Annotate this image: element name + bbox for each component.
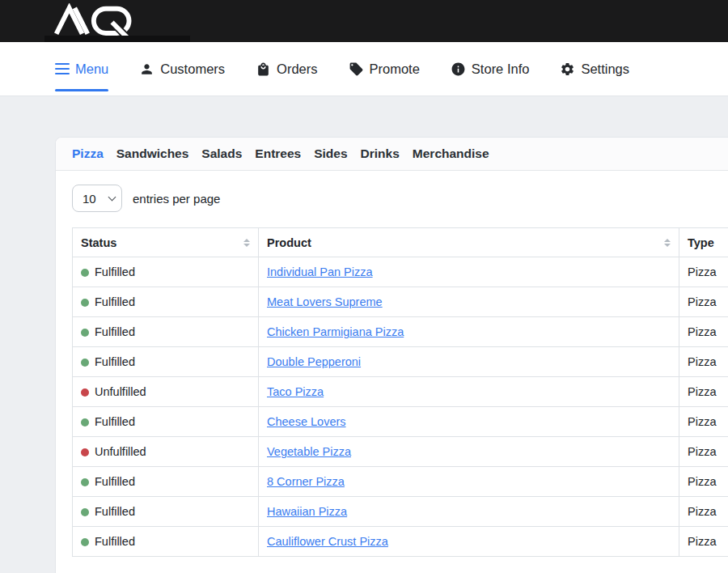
status-dot-icon xyxy=(81,538,89,546)
entries-select-wrap: 10 xyxy=(72,185,122,212)
sort-icon xyxy=(664,239,671,247)
table-row: Fulfilled Meat Lovers Supreme Pizza xyxy=(73,287,728,317)
gear-icon xyxy=(560,62,575,77)
product-cell: Double Pepperoni xyxy=(259,347,679,377)
product-cell: 8 Corner Pizza xyxy=(259,467,679,497)
product-link[interactable]: Double Pepperoni xyxy=(267,355,361,368)
status-dot-icon xyxy=(81,388,89,397)
product-link[interactable]: Individual Pan Pizza xyxy=(267,265,373,278)
table-row: Fulfilled Individual Pan Pizza Pizza xyxy=(73,257,728,287)
product-cell: Cheese Lovers xyxy=(259,407,679,437)
shopping-bag-icon xyxy=(256,62,271,77)
status-dot-icon xyxy=(81,448,89,456)
status-cell: Unfulfilled xyxy=(73,437,259,467)
table-row: Fulfilled Hawaiian Pizza Pizza xyxy=(73,497,728,527)
products-table: Status Product Type xyxy=(72,227,728,557)
status-cell: Fulfilled xyxy=(73,407,259,437)
info-icon xyxy=(451,62,466,77)
topbar-shadow-strip xyxy=(44,36,190,42)
menu-card: PizzaSandwichesSaladsEntreesSidesDrinksM… xyxy=(55,137,728,573)
tab-drinks[interactable]: Drinks xyxy=(361,146,400,161)
type-cell: Pizza xyxy=(679,347,728,377)
product-cell: Individual Pan Pizza xyxy=(259,257,679,287)
type-cell: Pizza xyxy=(679,437,728,467)
table-row: Fulfilled Cauliflower Crust Pizza Pizza xyxy=(73,527,728,557)
table-row: Unfulfilled Taco Pizza Pizza xyxy=(73,377,728,407)
product-cell: Taco Pizza xyxy=(259,377,679,407)
status-dot-icon xyxy=(81,418,89,427)
aiq-logo-icon xyxy=(50,3,136,37)
page: Menu Customers Orders Promote Store Info… xyxy=(0,0,728,573)
nav-item-customers[interactable]: Customers xyxy=(139,62,225,77)
nav-item-label: Menu xyxy=(75,62,108,77)
product-link[interactable]: Taco Pizza xyxy=(267,385,324,398)
tab-salads[interactable]: Salads xyxy=(201,146,242,161)
nav-item-promote[interactable]: Promote xyxy=(349,62,420,77)
nav-item-label: Settings xyxy=(581,62,629,77)
status-cell: Unfulfilled xyxy=(73,377,259,407)
column-header-status[interactable]: Status xyxy=(73,228,259,257)
product-link[interactable]: Hawaiian Pizza xyxy=(267,505,347,518)
status-cell: Fulfilled xyxy=(73,257,259,287)
nav-item-label: Orders xyxy=(277,62,317,77)
nav-item-store-info[interactable]: Store Info xyxy=(451,62,530,77)
status-cell: Fulfilled xyxy=(73,317,259,347)
product-cell: Meat Lovers Supreme xyxy=(259,287,679,317)
table-row: Fulfilled Double Pepperoni Pizza xyxy=(73,347,728,377)
nav-item-settings[interactable]: Settings xyxy=(560,62,629,77)
product-cell: Hawaiian Pizza xyxy=(259,497,679,527)
entries-per-page-select[interactable]: 10 xyxy=(72,185,122,212)
status-cell: Fulfilled xyxy=(73,287,259,317)
hamburger-icon xyxy=(55,63,70,75)
brand-logo[interactable] xyxy=(50,3,136,37)
product-link[interactable]: Meat Lovers Supreme xyxy=(267,295,383,308)
status-cell: Fulfilled xyxy=(73,527,259,557)
status-cell: Fulfilled xyxy=(73,497,259,527)
type-cell: Pizza xyxy=(679,317,728,347)
status-dot-icon xyxy=(81,508,89,516)
tab-entrees[interactable]: Entrees xyxy=(255,146,301,161)
tag-icon xyxy=(349,62,364,77)
type-cell: Pizza xyxy=(679,287,728,317)
column-header-product[interactable]: Product xyxy=(259,228,679,257)
status-dot-icon xyxy=(81,329,89,337)
product-link[interactable]: Chicken Parmigiana Pizza xyxy=(267,325,404,338)
card-body: 10 entries per page Status Product xyxy=(56,171,728,573)
tab-sides[interactable]: Sides xyxy=(314,146,347,161)
status-cell: Fulfilled xyxy=(73,347,259,377)
product-link[interactable]: Cheese Lovers xyxy=(267,415,346,428)
page-size-row: 10 entries per page xyxy=(72,185,728,212)
nav-item-menu[interactable]: Menu xyxy=(55,62,108,77)
sort-icon xyxy=(243,239,250,247)
product-cell: Vegetable Pizza xyxy=(259,437,679,467)
type-cell: Pizza xyxy=(679,527,728,557)
status-dot-icon xyxy=(81,269,89,277)
type-cell: Pizza xyxy=(679,257,728,287)
status-dot-icon xyxy=(81,359,89,367)
type-cell: Pizza xyxy=(679,467,728,497)
nav-item-label: Customers xyxy=(160,62,225,77)
main-navigation: Menu Customers Orders Promote Store Info… xyxy=(0,42,728,96)
nav-item-label: Store Info xyxy=(472,62,530,77)
type-cell: Pizza xyxy=(679,497,728,527)
person-icon xyxy=(139,62,154,77)
tab-pizza[interactable]: Pizza xyxy=(72,146,104,161)
status-dot-icon xyxy=(81,299,89,307)
type-cell: Pizza xyxy=(679,377,728,407)
table-row: Unfulfilled Vegetable Pizza Pizza xyxy=(73,437,728,467)
top-app-bar xyxy=(0,0,728,42)
nav-item-label: Promote xyxy=(370,62,420,77)
column-header-type: Type xyxy=(679,228,728,257)
table-row: Fulfilled 8 Corner Pizza Pizza xyxy=(73,467,728,497)
product-link[interactable]: Cauliflower Crust Pizza xyxy=(267,535,388,548)
table-row: Fulfilled Chicken Parmigiana Pizza Pizza xyxy=(73,317,728,347)
product-link[interactable]: 8 Corner Pizza xyxy=(267,475,345,488)
nav-item-orders[interactable]: Orders xyxy=(256,62,317,77)
entries-per-page-label: entries per page xyxy=(133,192,220,206)
product-cell: Chicken Parmigiana Pizza xyxy=(259,317,679,347)
tab-merchandise[interactable]: Merchandise xyxy=(413,146,489,161)
product-link[interactable]: Vegetable Pizza xyxy=(267,445,351,458)
tab-sandwiches[interactable]: Sandwiches xyxy=(116,146,189,161)
status-cell: Fulfilled xyxy=(73,467,259,497)
category-tabs: PizzaSandwichesSaladsEntreesSidesDrinksM… xyxy=(56,138,728,171)
